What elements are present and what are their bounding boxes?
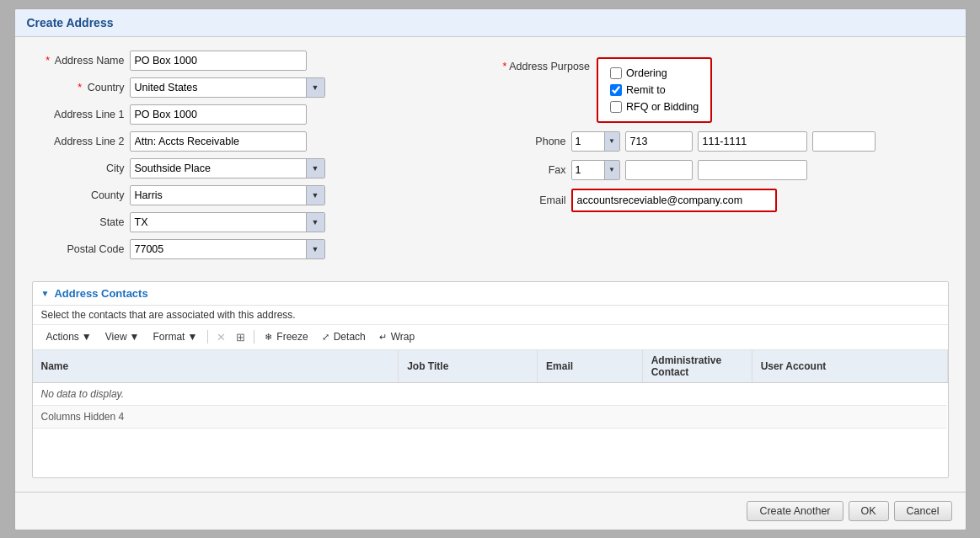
address-line1-label: Address Line 1 (32, 109, 125, 120)
col-admin-contact: Administrative Contact (642, 350, 752, 383)
email-input-wrapper (571, 189, 777, 212)
postal-code-select[interactable]: 77005 (130, 239, 325, 259)
format-dropdown-icon: ▼ (187, 331, 197, 343)
fax-area-code-input[interactable] (625, 160, 693, 180)
copy-icon-btn[interactable]: ⊞ (233, 329, 249, 345)
col-email: Email (538, 350, 643, 383)
col-user-account: User Account (752, 350, 947, 383)
create-another-button[interactable]: Create Another (747, 501, 843, 521)
col-name: Name (33, 350, 399, 383)
detach-icon: ⤢ (322, 332, 329, 343)
wrap-btn[interactable]: ↵ Wrap (374, 329, 420, 344)
phone-number-input[interactable] (698, 131, 807, 152)
view-btn[interactable]: View ▼ (100, 329, 145, 344)
state-dropdown-btn[interactable] (306, 213, 324, 232)
view-dropdown-icon: ▼ (130, 331, 140, 343)
ordering-checkbox-row: Ordering (610, 67, 699, 79)
postal-code-label: Postal Code (32, 243, 125, 255)
columns-hidden-row: Columns Hidden 4 (33, 405, 948, 428)
country-row: * Country United States (32, 77, 478, 98)
phone-row: Phone 1 (503, 131, 949, 152)
purpose-checkboxes: Ordering Remit to RFQ or Bidding (610, 67, 699, 113)
rfq-checkbox[interactable] (610, 101, 622, 113)
remit-to-checkbox[interactable] (610, 84, 622, 96)
county-row: County Harris (32, 185, 478, 205)
state-row: State TX (32, 212, 478, 232)
collapse-icon[interactable]: ▼ (41, 289, 50, 298)
fax-label: Fax (503, 164, 566, 176)
address-line2-label: Address Line 2 (32, 136, 125, 147)
address-line1-input[interactable] (130, 104, 307, 125)
columns-hidden-cell: Columns Hidden 4 (33, 405, 948, 428)
wrap-icon: ↵ (379, 332, 387, 343)
dialog-body: * Address Name * Country United States (15, 37, 966, 492)
postal-code-dropdown-btn[interactable] (306, 240, 324, 258)
ok-button[interactable]: OK (849, 501, 889, 521)
country-dropdown-btn[interactable] (306, 78, 324, 97)
address-line2-input[interactable] (130, 131, 307, 152)
country-label: * Country (32, 82, 125, 93)
freeze-btn[interactable]: ❄ Freeze (260, 329, 313, 344)
rfq-checkbox-row: RFQ or Bidding (610, 101, 699, 113)
no-data-cell: No data to display. (33, 382, 948, 405)
format-btn[interactable]: Format ▼ (147, 329, 202, 344)
county-label: County (32, 189, 125, 201)
actions-btn[interactable]: Actions ▼ (41, 329, 97, 344)
fax-country-dropdown-btn[interactable] (604, 161, 619, 179)
contacts-toolbar: Actions ▼ View ▼ Format ▼ ✕ ⊞ ❄ Freeze (33, 325, 948, 350)
phone-extension-input[interactable] (812, 131, 876, 152)
address-purpose-row: * Address Purpose Ordering (503, 57, 949, 123)
dialog-title: Create Address (15, 9, 966, 37)
phone-country-dropdown-btn[interactable] (604, 132, 619, 151)
address-name-label: * Address Name (32, 55, 125, 67)
dialog-footer: Create Another OK Cancel (15, 492, 966, 530)
email-label: Email (503, 194, 566, 206)
state-select[interactable]: TX (130, 212, 325, 232)
phone-area-code-input[interactable] (625, 131, 693, 152)
city-select[interactable]: Southside Place (130, 158, 325, 178)
contacts-subtitle: Select the contacts that are associated … (33, 306, 948, 325)
contacts-title: Address Contacts (54, 287, 147, 300)
toolbar-sep1 (207, 330, 208, 344)
county-select[interactable]: Harris (130, 185, 325, 205)
country-select[interactable]: United States (130, 77, 325, 98)
fax-number-input[interactable] (698, 160, 807, 180)
address-name-input[interactable] (130, 51, 307, 71)
left-form: * Address Name * Country United States (32, 51, 478, 259)
actions-dropdown-icon: ▼ (82, 331, 92, 343)
contacts-header: ▼ Address Contacts (33, 282, 948, 306)
cancel-button[interactable]: Cancel (894, 501, 952, 521)
form-section: * Address Name * Country United States (32, 51, 949, 259)
county-dropdown-btn[interactable] (306, 186, 324, 205)
col-job-title: Job Title (399, 350, 538, 383)
postal-code-row: Postal Code 77005 (32, 239, 478, 259)
address-purpose-main-label: * Address Purpose (503, 57, 591, 72)
city-row: City Southside Place (32, 158, 478, 178)
address-name-row: * Address Name (32, 51, 478, 71)
contacts-section: ▼ Address Contacts Select the contacts t… (32, 281, 949, 478)
toolbar-sep2 (254, 330, 254, 344)
required-star: * (46, 55, 50, 67)
email-input[interactable] (573, 190, 775, 210)
delete-icon-btn[interactable]: ✕ (213, 329, 229, 345)
contacts-table: Name Job Title Email Administrative Cont… (33, 350, 948, 429)
fax-row: Fax 1 (503, 160, 949, 180)
address-purpose-box: Ordering Remit to RFQ or Bidding (597, 57, 712, 123)
create-address-dialog: Create Address * Address Name * Country (14, 8, 967, 530)
freeze-icon: ❄ (265, 332, 272, 343)
no-data-row: No data to display. (33, 382, 948, 405)
state-label: State (32, 216, 125, 228)
fax-country-code-select[interactable]: 1 (571, 160, 620, 180)
right-form: * Address Purpose Ordering (503, 51, 949, 259)
city-dropdown-btn[interactable] (306, 159, 324, 178)
phone-country-code-select[interactable]: 1 (571, 131, 620, 152)
right-form-inner: * Address Purpose Ordering (503, 51, 949, 212)
remit-to-checkbox-row: Remit to (610, 84, 699, 96)
table-header-row: Name Job Title Email Administrative Cont… (33, 350, 948, 383)
city-label: City (32, 162, 125, 174)
phone-label: Phone (503, 136, 566, 147)
address-line1-row: Address Line 1 (32, 104, 478, 125)
ordering-checkbox[interactable] (610, 67, 622, 79)
address-line2-row: Address Line 2 (32, 131, 478, 152)
detach-btn[interactable]: ⤢ Detach (317, 329, 371, 344)
